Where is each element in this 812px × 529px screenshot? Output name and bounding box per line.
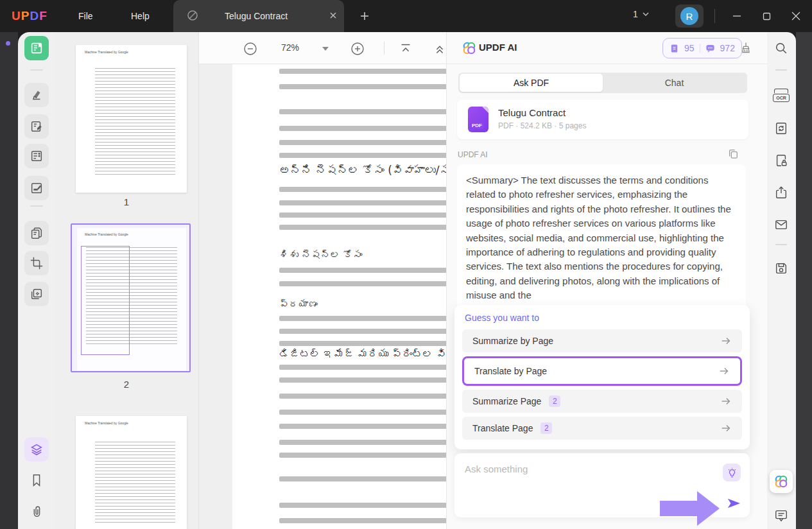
slideshow-button[interactable] bbox=[24, 282, 49, 306]
suggestions-panel: Guess you want to Summarize by Page Tran… bbox=[454, 305, 750, 449]
document-tab[interactable]: Telugu Contract bbox=[173, 0, 344, 32]
panel-indicator-dot bbox=[6, 41, 10, 46]
ai-credits-badge[interactable]: 95 972 bbox=[662, 38, 742, 58]
chevron-down-icon bbox=[642, 10, 650, 18]
avatar: R bbox=[680, 7, 698, 25]
suggestion-summarize-page[interactable]: Summarize Page 2 bbox=[462, 390, 742, 413]
file-card[interactable]: PDF Telugu Contract PDF · 524.2 KB · 5 p… bbox=[457, 100, 748, 139]
email-button[interactable] bbox=[769, 212, 793, 237]
lightbulb-icon bbox=[727, 467, 738, 478]
attachments-panel-button[interactable] bbox=[24, 499, 49, 524]
page-thumbnail-3[interactable]: Machine Translated by Google bbox=[76, 416, 187, 529]
clear-chat-broom-icon[interactable] bbox=[739, 41, 752, 54]
updf-ai-logo-icon bbox=[462, 41, 476, 55]
suggestion-translate-by-page-highlighted[interactable]: Translate by Page bbox=[462, 356, 742, 386]
protect-button[interactable] bbox=[769, 148, 793, 173]
save-button[interactable] bbox=[769, 256, 793, 281]
send-icon[interactable] bbox=[727, 497, 741, 510]
right-tool-rail: OCR bbox=[767, 32, 796, 529]
arrow-right-icon bbox=[720, 422, 732, 434]
collapse-up-button[interactable] bbox=[431, 40, 446, 57]
feedback-button[interactable] bbox=[769, 503, 793, 528]
search-button[interactable] bbox=[769, 36, 793, 60]
rail-divider bbox=[30, 205, 43, 207]
edit-page-icon bbox=[30, 119, 44, 134]
rail-divider bbox=[775, 244, 787, 245]
ocr-icon: OCR bbox=[773, 89, 790, 103]
comment-tool-button[interactable] bbox=[24, 83, 49, 107]
tab-ask-pdf[interactable]: Ask PDF bbox=[460, 74, 603, 92]
doc-heading-3: ప్రయాణం bbox=[279, 299, 318, 310]
menu-file[interactable]: File bbox=[78, 0, 93, 32]
maximize-button[interactable] bbox=[754, 0, 779, 32]
minimize-button[interactable] bbox=[724, 0, 750, 32]
menu-help[interactable]: Help bbox=[131, 0, 150, 32]
thumb-text-skeleton bbox=[95, 442, 175, 524]
updf-ai-panel: UPDF AI 95 972 Ask PDF Chat PDF Telugu C… bbox=[446, 32, 767, 529]
copy-icon[interactable] bbox=[727, 148, 739, 159]
updf-ai-shortcut-button[interactable] bbox=[770, 470, 793, 493]
arrow-right-icon bbox=[718, 365, 730, 377]
summarize-tool-button[interactable] bbox=[24, 144, 49, 168]
doc-heading-2: శిశు నెషన్ల కోసం bbox=[279, 249, 363, 261]
reader-mode-button[interactable] bbox=[24, 36, 49, 60]
pdf-page[interactable]: అన్ని నెషన్ల కోసం (వివాహాలు/సంఘటనలతో సహా… bbox=[232, 64, 446, 529]
crop-tool-button[interactable] bbox=[24, 251, 49, 275]
organize-pages-button[interactable] bbox=[24, 221, 49, 245]
rail-divider bbox=[30, 69, 43, 71]
doc-credit-count: 95 bbox=[684, 43, 695, 53]
account-button[interactable]: R bbox=[675, 4, 704, 28]
ask-input[interactable] bbox=[465, 464, 657, 474]
ai-summary-message: <Summary> The text discusses the terms a… bbox=[457, 164, 746, 320]
share-button[interactable] bbox=[769, 180, 793, 205]
edit-pdf-button[interactable] bbox=[24, 114, 49, 139]
zoom-in-button[interactable] bbox=[349, 40, 366, 57]
logo-letter: U bbox=[12, 9, 21, 22]
suggestion-summarize-by-page[interactable]: Summarize by Page bbox=[462, 329, 742, 352]
thumb-text-skeleton bbox=[95, 68, 175, 176]
sign-document-icon bbox=[30, 181, 44, 195]
thumbnail-panel-button[interactable] bbox=[24, 437, 49, 462]
crop-icon bbox=[30, 256, 44, 270]
ocr-button[interactable]: OCR bbox=[769, 83, 793, 108]
search-icon bbox=[774, 41, 788, 55]
tab-close-icon[interactable] bbox=[327, 10, 339, 21]
document-view: 72% అన్ని నెషన్ల కోసం (వివాహాలు/సంఘటనలతో… bbox=[199, 32, 446, 529]
new-tab-button[interactable] bbox=[358, 10, 371, 22]
updf-ai-clover-icon bbox=[774, 474, 788, 489]
fill-sign-button[interactable] bbox=[24, 176, 49, 200]
doc-heading-1: అన్ని నెషన్ల కోసం (వివాహాలు/సంఘటనలతో సహా… bbox=[279, 164, 446, 177]
collapsed-right-edge bbox=[796, 32, 812, 529]
tab-chat[interactable]: Chat bbox=[603, 74, 746, 92]
page-number-label-1: 1 bbox=[55, 196, 198, 207]
suggestions-title: Guess you want to bbox=[465, 313, 739, 323]
rail-divider bbox=[775, 69, 787, 71]
convert-button[interactable] bbox=[769, 116, 793, 141]
annotation-arrow bbox=[660, 490, 720, 526]
prompt-ideas-button[interactable] bbox=[723, 464, 741, 481]
feedback-bubble-icon bbox=[774, 508, 788, 523]
thumbnail-panel: Machine Translated by Google 1 Machine T… bbox=[55, 32, 199, 529]
bookmarks-panel-button[interactable] bbox=[24, 468, 49, 492]
document-toolbar: 72% bbox=[199, 32, 446, 64]
ask-input-card bbox=[454, 453, 750, 517]
titlebar-dropdown[interactable]: 1 bbox=[633, 9, 650, 19]
page-thumbnail-1[interactable]: Machine Translated by Google bbox=[76, 45, 187, 193]
close-button[interactable] bbox=[783, 0, 809, 32]
pages-icon bbox=[30, 226, 44, 240]
highlighter-icon bbox=[30, 88, 44, 102]
message-sender-label: UPDF AI bbox=[458, 150, 488, 159]
suggestion-translate-page[interactable]: Translate Page 2 bbox=[462, 417, 742, 440]
logo-letter: F bbox=[39, 9, 48, 22]
lock-document-icon bbox=[774, 153, 788, 168]
file-name: Telugu Contract bbox=[498, 107, 566, 118]
ai-panel-header: UPDF AI 95 972 bbox=[447, 32, 768, 64]
zoom-dropdown-caret[interactable] bbox=[322, 47, 329, 51]
page-badge: 2 bbox=[540, 422, 552, 434]
convert-file-icon bbox=[774, 121, 788, 135]
page-thumbnail-2-selected[interactable]: Machine Translated by Google bbox=[71, 223, 191, 372]
mail-icon bbox=[774, 218, 788, 232]
view-only-icon bbox=[186, 9, 199, 22]
zoom-out-button[interactable] bbox=[242, 40, 259, 57]
scroll-to-top-button[interactable] bbox=[397, 40, 414, 57]
